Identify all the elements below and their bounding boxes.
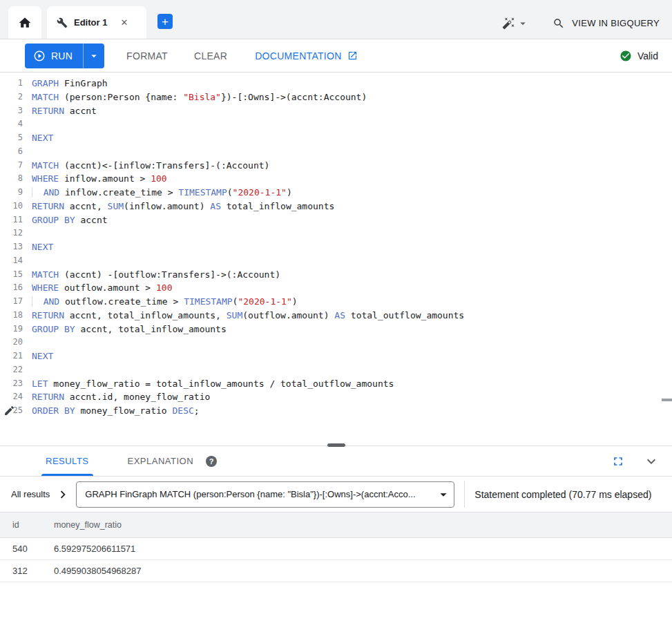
code-text: NEXT	[32, 349, 53, 363]
code-line[interactable]: 18RETURN accnt, total_inflow_amounts, SU…	[0, 309, 672, 323]
sql-generation-button[interactable]	[502, 17, 529, 30]
tab-strip-actions: VIEW IN BIGQUERY	[502, 17, 672, 30]
editor-toolbar: RUN FORMAT CLEAR DOCUMENTATION Valid	[0, 39, 672, 73]
code-text: MATCH (accnt) -[outflow:Transfers]->(:Ac…	[32, 268, 280, 282]
code-line[interactable]: 4	[0, 117, 672, 131]
close-tab-icon[interactable]: ✕	[120, 17, 128, 28]
code-text: MATCH (accnt)<-[inflow:Transfers]-(:Acco…	[32, 159, 269, 173]
run-button-group: RUN	[25, 44, 104, 68]
tab-results[interactable]: RESULTS	[41, 446, 93, 476]
line-number: 4	[0, 117, 32, 131]
results-table-head-row: idmoney_flow_ratio	[0, 512, 672, 537]
table-row[interactable]: 3120.4959038054968287	[0, 559, 672, 582]
line-number: 15	[0, 268, 32, 282]
code-line[interactable]: 25ORDER BY money_flow_ratio DESC;	[0, 404, 672, 418]
code-text: RETURN accnt, SUM(inflow.amount) AS tota…	[32, 200, 334, 213]
code-text: GROUP BY accnt	[32, 213, 108, 227]
inline-edit-pencil-icon[interactable]	[3, 405, 15, 416]
statement-selector-dropdown[interactable]: GRAPH FinGraph MATCH (person:Person {nam…	[76, 481, 454, 508]
code-line[interactable]: 14	[0, 254, 672, 268]
editor-tab-label: Editor 1	[74, 17, 107, 28]
column-header: id	[0, 512, 41, 537]
statement-status-text: Statement completed (70.77 ms elapsed)	[474, 489, 651, 500]
new-tab-button[interactable]: +	[157, 14, 173, 29]
play-circle-icon	[33, 50, 46, 62]
panel-resize-handle[interactable]	[327, 443, 345, 447]
code-line[interactable]: 11GROUP BY accnt	[0, 213, 672, 227]
code-line[interactable]: 16WHERE outflow.amount > 100	[0, 281, 672, 295]
fullscreen-icon[interactable]	[611, 454, 625, 468]
results-table: idmoney_flow_ratio 5406.5929752066115713…	[0, 512, 672, 582]
code-line[interactable]: 24RETURN accnt.id, money_flow_ratio	[0, 390, 672, 404]
view-in-bigquery-button[interactable]: VIEW IN BIGQUERY	[553, 17, 660, 30]
line-number: 1	[0, 77, 32, 90]
code-line[interactable]: 2MATCH (person:Person {name: "Bisla"})-[…	[0, 90, 672, 104]
code-text: RETURN accnt.id, money_flow_ratio	[32, 390, 210, 404]
results-table-body: 5406.5929752066115713120.495903805496828…	[0, 537, 672, 582]
line-number: 14	[0, 254, 32, 268]
clear-button[interactable]: CLEAR	[194, 50, 227, 61]
chevron-right-icon[interactable]	[55, 487, 70, 502]
line-number: 24	[0, 390, 32, 404]
code-line[interactable]: 13NEXT	[0, 240, 672, 254]
code-text: AND outflow.create_time > TIMESTAMP("202…	[32, 295, 298, 309]
format-button[interactable]: FORMAT	[126, 50, 168, 61]
table-row[interactable]: 5406.592975206611571	[0, 537, 672, 559]
tab-strip: Editor 1 ✕ + VIEW IN BIGQUERY	[0, 0, 672, 39]
documentation-label: DOCUMENTATION	[255, 50, 341, 61]
code-line[interactable]: 22	[0, 363, 672, 377]
code-text: RETURN accnt, total_inflow_amounts, SUM(…	[32, 309, 464, 323]
line-number: 6	[0, 145, 32, 159]
tab-explanation[interactable]: EXPLANATION	[125, 446, 197, 476]
tab-editor-1[interactable]: Editor 1 ✕	[47, 6, 146, 39]
results-panel-actions	[611, 446, 672, 476]
valid-label: Valid	[637, 50, 658, 61]
query-validity-status: Valid	[620, 50, 658, 62]
table-cell: 6.592975206611571	[41, 537, 672, 559]
code-line[interactable]: 7MATCH (accnt)<-[inflow:Transfers]-(:Acc…	[0, 159, 672, 173]
code-line[interactable]: 3RETURN accnt	[0, 104, 672, 118]
run-options-button[interactable]	[84, 44, 104, 68]
results-toolbar: All results GRAPH FinGraph MATCH (person…	[0, 477, 672, 512]
editor-scrollbar-thumb[interactable]	[662, 399, 672, 401]
magic-wand-icon	[502, 17, 515, 30]
dropdown-caret-icon	[436, 487, 451, 502]
results-panel: RESULTS EXPLANATION ? All results GRAPH …	[0, 445, 672, 582]
line-number: 11	[0, 213, 32, 227]
code-line[interactable]: 12	[0, 227, 672, 240]
code-line[interactable]: 19GROUP BY accnt, total_inflow_amounts	[0, 323, 672, 336]
code-text: RETURN accnt	[32, 104, 97, 118]
results-panel-header: RESULTS EXPLANATION ?	[0, 446, 672, 477]
code-line[interactable]: 10RETURN accnt, SUM(inflow.amount) AS to…	[0, 200, 672, 213]
code-text: MATCH (person:Person {name: "Bisla"})-[:…	[32, 90, 367, 104]
table-cell: 0.4959038054968287	[41, 559, 672, 582]
help-icon[interactable]: ?	[206, 456, 217, 467]
code-line[interactable]: 8WHERE inflow.amount > 100	[0, 172, 672, 186]
code-line[interactable]: 6	[0, 145, 672, 159]
code-line[interactable]: 20	[0, 336, 672, 349]
code-editor[interactable]: 1GRAPH FinGraph2MATCH (person:Person {na…	[0, 73, 672, 445]
code-line[interactable]: 5NEXT	[0, 131, 672, 145]
chevron-down-icon	[88, 50, 100, 62]
table-cell: 312	[0, 559, 41, 582]
line-number: 7	[0, 159, 32, 173]
line-number: 13	[0, 240, 32, 254]
code-text: AND inflow.create_time > TIMESTAMP("2020…	[32, 186, 292, 200]
line-number: 17	[0, 295, 32, 309]
line-number: 23	[0, 377, 32, 391]
code-line[interactable]: 15MATCH (accnt) -[outflow:Transfers]->(:…	[0, 268, 672, 282]
tab-home[interactable]	[8, 6, 41, 39]
collapse-panel-icon[interactable]	[643, 453, 660, 470]
open-in-new-icon	[347, 50, 358, 61]
line-number: 10	[0, 200, 32, 213]
code-line[interactable]: 21NEXT	[0, 349, 672, 363]
run-button[interactable]: RUN	[25, 44, 83, 68]
documentation-button[interactable]: DOCUMENTATION	[255, 50, 357, 61]
line-number: 3	[0, 104, 32, 118]
selected-statement-text: GRAPH FinGraph MATCH (person:Person {nam…	[85, 489, 436, 499]
code-line[interactable]: 9 AND inflow.create_time > TIMESTAMP("20…	[0, 186, 672, 200]
code-line[interactable]: 23LET money_flow_ratio = total_inflow_am…	[0, 377, 672, 391]
code-line[interactable]: 1GRAPH FinGraph	[0, 77, 672, 90]
table-cell: 540	[0, 537, 41, 559]
code-line[interactable]: 17 AND outflow.create_time > TIMESTAMP("…	[0, 295, 672, 309]
